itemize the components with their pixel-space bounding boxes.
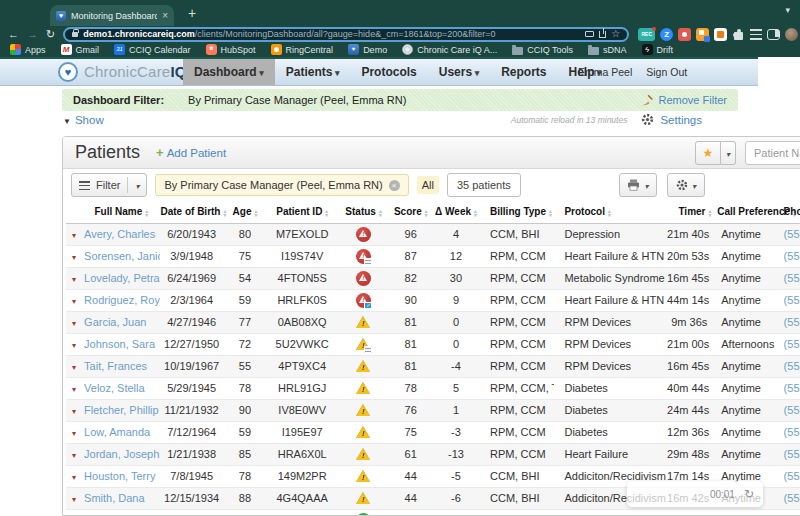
patient-count-button[interactable]: 35 patients: [447, 173, 521, 197]
row-expand-caret[interactable]: [72, 363, 76, 372]
bookmark-gmail[interactable]: Gmail: [61, 44, 100, 55]
nav-item-protocols[interactable]: Protocols: [350, 59, 427, 85]
column-header-billing-type[interactable]: Billing Type: [480, 201, 554, 223]
phone-cell[interactable]: (55: [784, 355, 800, 377]
show-toggle[interactable]: Show: [63, 114, 104, 126]
patient-name-link[interactable]: Houston, Terry: [84, 470, 155, 482]
column-header-age[interactable]: Age: [223, 201, 267, 223]
patient-name-link[interactable]: Jordan, Josephine: [84, 448, 160, 460]
favorite-star-button[interactable]: [695, 141, 721, 165]
sort-carets-icon[interactable]: [549, 209, 552, 217]
nav-item-users[interactable]: Users: [428, 59, 490, 85]
phone-cell[interactable]: (55: [784, 223, 800, 245]
chip-remove-icon[interactable]: [389, 180, 400, 191]
phone-cell[interactable]: (55: [784, 399, 800, 421]
bookmark-drift[interactable]: Drift: [642, 44, 674, 55]
phone-cell[interactable]: (55: [784, 509, 800, 516]
profile-avatar[interactable]: [785, 28, 798, 41]
row-expand-caret[interactable]: [72, 341, 76, 350]
column-header-patient-id[interactable]: Patient ID: [267, 201, 337, 223]
row-expand-caret[interactable]: [72, 319, 76, 328]
back-button[interactable]: [8, 29, 19, 40]
patient-name-link[interactable]: Fletcher, Phillip: [84, 404, 159, 416]
column-header-full-name[interactable]: Full Name: [82, 201, 160, 223]
bookmark-star-icon[interactable]: [611, 29, 620, 39]
print-button[interactable]: [619, 173, 657, 197]
orange-outline-extension-icon[interactable]: [714, 28, 727, 41]
phone-cell[interactable]: (55: [784, 443, 800, 465]
phone-cell[interactable]: (55: [784, 421, 800, 443]
column-header-call-preference[interactable]: Call Preference: [713, 201, 783, 223]
status-icon[interactable]: [355, 337, 372, 352]
patient-name-link[interactable]: Lovelady, Petra: [84, 272, 160, 284]
nav-item-dashboard[interactable]: Dashboard: [183, 59, 275, 85]
column-header-status[interactable]: Status: [337, 201, 389, 223]
phone-cell[interactable]: (55: [784, 377, 800, 399]
status-icon[interactable]: [355, 513, 372, 516]
red-extension-icon[interactable]: [678, 28, 691, 41]
side-panel-icon[interactable]: [767, 29, 780, 40]
row-expand-caret[interactable]: [72, 231, 76, 240]
status-icon[interactable]: [355, 271, 372, 286]
sort-carets-icon[interactable]: [474, 209, 477, 217]
user-name-link[interactable]: Emma Peel: [578, 66, 632, 78]
row-expand-caret[interactable]: [72, 473, 76, 482]
phone-cell[interactable]: (55: [784, 487, 800, 509]
sort-carets-icon[interactable]: [223, 209, 226, 217]
column-header-week[interactable]: Δ Week: [432, 201, 480, 223]
playlist-icon[interactable]: [750, 29, 762, 40]
row-expand-caret[interactable]: [72, 429, 76, 438]
status-icon[interactable]: [355, 491, 372, 506]
share-icon[interactable]: [599, 31, 606, 38]
status-icon[interactable]: [355, 469, 372, 484]
phone-cell[interactable]: (55: [784, 267, 800, 289]
patient-name-link[interactable]: Low, Amanda: [84, 426, 150, 438]
reload-button[interactable]: [46, 29, 55, 40]
sort-carets-icon[interactable]: [379, 209, 382, 217]
phone-cell[interactable]: (55: [784, 311, 800, 333]
bookmark-apps[interactable]: Apps: [10, 44, 46, 55]
patient-name-link[interactable]: Avery, Charles: [84, 228, 155, 240]
remove-filter-link[interactable]: Remove Filter: [659, 94, 727, 106]
add-patient-button[interactable]: Add Patient: [156, 146, 226, 159]
active-filter-chip[interactable]: By Primary Case Manager (Peel, Emma RN): [155, 174, 408, 196]
window-chevron-icon[interactable]: [785, 5, 790, 15]
row-expand-caret[interactable]: [72, 297, 76, 306]
bookmark-chronic-care-iq-a[interactable]: Chronic Care iQ A...: [402, 44, 497, 55]
status-icon[interactable]: [355, 403, 372, 418]
patient-name-link[interactable]: Garcia, Juan: [84, 316, 146, 328]
status-icon[interactable]: [355, 249, 372, 264]
screen-recorder-extension-icon[interactable]: REC: [638, 28, 655, 41]
sign-out-link[interactable]: Sign Out: [646, 66, 687, 78]
orange-extension-icon[interactable]: [696, 28, 709, 41]
nav-item-patients[interactable]: Patients: [275, 59, 351, 85]
table-settings-button[interactable]: [667, 173, 705, 197]
column-header-timer[interactable]: Timer: [667, 201, 713, 223]
status-icon[interactable]: [355, 447, 372, 462]
status-icon[interactable]: [355, 359, 372, 374]
patient-name-link[interactable]: Sorensen, Janice: [84, 250, 160, 262]
address-bar[interactable]: demo1.chroniccareiq.com/clients/Monitori…: [63, 27, 629, 42]
status-icon[interactable]: [355, 227, 372, 242]
bookmark-cciq-calendar[interactable]: CCIQ Calendar: [114, 44, 191, 55]
patient-name-link[interactable]: Rodriguez, Roy: [84, 294, 160, 306]
nav-item-reports[interactable]: Reports: [490, 59, 557, 85]
phone-cell[interactable]: (55: [784, 289, 800, 311]
phone-cell[interactable]: (55: [784, 333, 800, 355]
status-icon[interactable]: [355, 315, 372, 330]
extensions-puzzle-icon[interactable]: [732, 28, 745, 41]
patient-name-link[interactable]: Veloz, Stella: [84, 382, 145, 394]
patient-name-link[interactable]: Smith, Dana: [84, 492, 145, 504]
sort-carets-icon[interactable]: [254, 209, 257, 217]
column-header-date-of-birth[interactable]: Date of Birth: [160, 201, 222, 223]
bookmark-demo[interactable]: Demo: [348, 44, 387, 55]
sort-carets-icon[interactable]: [608, 209, 611, 217]
settings-link[interactable]: Settings: [660, 114, 702, 126]
forward-button[interactable]: [27, 29, 38, 40]
column-header-score[interactable]: Score: [390, 201, 432, 223]
browser-tab[interactable]: Monitoring Dashboard - Chron: [50, 5, 174, 26]
status-icon[interactable]: [355, 293, 372, 308]
row-expand-caret[interactable]: [72, 451, 76, 460]
row-expand-caret[interactable]: [72, 275, 76, 284]
bookmark-sdna[interactable]: sDNA: [588, 45, 627, 55]
